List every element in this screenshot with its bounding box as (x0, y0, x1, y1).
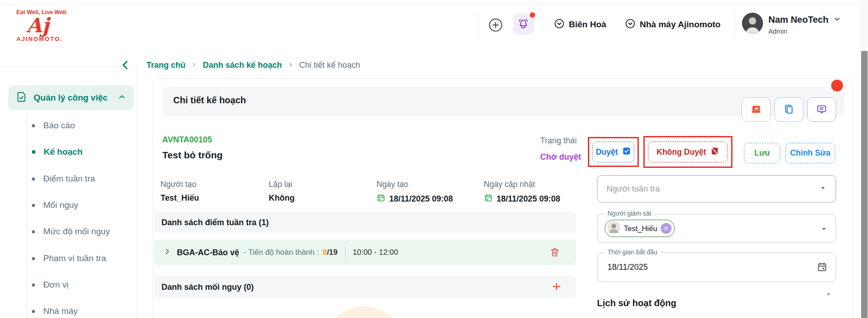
sidebar-group-label: Quản lý công việc (34, 93, 108, 103)
sidebar-group-work-management[interactable]: Quản lý công việc (8, 86, 134, 110)
sidebar-item-muc-do-moi-nguy[interactable]: Mức độ mối nguy (32, 225, 110, 238)
document-check-icon (15, 91, 27, 105)
copy-icon (783, 103, 795, 116)
start-date-label: Thời gian bắt đầu (605, 248, 660, 256)
meta-value: Không (269, 193, 295, 203)
user-name: Nam NeoTech (768, 15, 828, 25)
branch-label: Biên Hoà (569, 20, 606, 30)
remove-supervisor-icon[interactable] (661, 223, 672, 234)
start-date-field[interactable]: Thời gian bắt đầu 18/11/2025 (597, 252, 836, 282)
sidebar-right-border (136, 66, 137, 318)
brand-script-logo: Aj (26, 15, 68, 35)
caret-down-icon[interactable] (820, 225, 828, 234)
bullet-icon (32, 310, 35, 313)
sidebar-item-diem-tuan-tra[interactable]: Điểm tuần tra (32, 172, 95, 186)
sidebar-item-nha-may[interactable]: Nhà máy (32, 304, 78, 318)
meta-value: 18/11/2025 09:08 (497, 194, 560, 204)
calendar-check-icon (376, 193, 386, 205)
notebook-off-icon (710, 146, 719, 158)
patrol-section-header: Danh sách điểm tuần tra (1) (154, 212, 576, 233)
page-title: Chi tiết kế hoạch (173, 95, 246, 106)
activity-history-title: Lịch sử hoạt động (597, 298, 676, 308)
comment-icon (816, 103, 828, 116)
sidebar-item-bao-cao[interactable]: Báo cáo (32, 119, 75, 132)
comments-button[interactable] (807, 97, 836, 122)
sidebar-item-label: Mức độ mối nguy (43, 227, 110, 237)
patroller-select[interactable]: Người tuần tra (597, 175, 836, 202)
chevron-up-icon (117, 92, 126, 103)
sidebar-item-don-vi[interactable]: Đơn vị (32, 278, 69, 292)
app-root: Eat Well, Live Well. Aj AJINOMOTO. Bi (0, 0, 868, 318)
delete-patrol-button[interactable] (550, 247, 560, 258)
sidebar-item-pham-vi-tuan-tra[interactable]: Phạm vi tuần tra (32, 252, 106, 265)
patrol-progress-label: - Tiến độ hoàn thành : (244, 248, 319, 257)
meta-label: Ngày tạo (376, 180, 453, 189)
notifications-button[interactable] (513, 14, 534, 35)
share-export-icon (750, 103, 763, 117)
factory-label: Nhà máy Ajinomoto (640, 20, 721, 30)
breadcrumb-home[interactable]: Trang chủ (146, 61, 186, 70)
meta-label: Người tạo (161, 180, 199, 189)
chevron-right-icon[interactable] (163, 247, 171, 257)
plus-circle-icon (488, 17, 503, 34)
bullet-icon (32, 230, 35, 233)
export-button[interactable] (742, 97, 771, 122)
scroll-up-icon[interactable] (825, 291, 832, 299)
sidebar-item-label: Báo cáo (43, 121, 75, 131)
card-notification-dot (831, 80, 843, 91)
trash-icon (550, 247, 560, 258)
chevron-left-icon (119, 59, 132, 73)
sidebar-item-label: Kế hoạch (44, 147, 83, 157)
meta-label: Ngày cập nhật (484, 180, 560, 189)
patroller-placeholder: Người tuần tra (607, 184, 660, 194)
annotation-box-reject: Không Duyệt (643, 136, 733, 168)
add-button[interactable] (487, 17, 504, 34)
user-avatar[interactable] (742, 13, 763, 34)
sidebar-tree-line (27, 114, 27, 318)
calendar-picker-icon[interactable] (817, 262, 828, 274)
bullet-icon (32, 283, 35, 287)
approve-button[interactable]: Duyệt (592, 141, 634, 162)
sidebar-item-ke-hoach[interactable]: Kế hoạch (32, 145, 83, 159)
circle-chevron-icon (625, 18, 636, 31)
breadcrumb-plan-list[interactable]: Danh sách kế hoạch (203, 61, 282, 70)
notification-badge (530, 12, 535, 18)
edit-button[interactable]: Chỉnh Sửa (785, 143, 835, 163)
patrol-point-name: BGA-AC-Bảo vệ (177, 248, 239, 257)
factory-selector[interactable]: Nhà máy Ajinomoto (625, 16, 721, 33)
user-menu[interactable]: Nam NeoTech (768, 15, 841, 25)
meta-value: Test_Hiếu (161, 193, 199, 203)
bullet-icon (32, 124, 35, 127)
plan-code: AVNTA00105 (162, 135, 212, 145)
row-divider (345, 247, 346, 258)
save-button[interactable]: Lưu (744, 143, 780, 163)
decorative-circle (323, 306, 405, 318)
bullet-icon (32, 257, 35, 260)
hazard-section-title: Danh sách mối nguy (0) (161, 283, 254, 292)
chevron-right-icon (191, 61, 197, 70)
sidebar-item-label: Nhà máy (43, 306, 78, 316)
header-divider (544, 13, 544, 36)
bullet-icon (32, 204, 35, 207)
copy-button[interactable] (774, 97, 803, 122)
add-hazard-button[interactable] (552, 282, 562, 293)
patrol-point-row[interactable]: BGA-AC-Bảo vệ - Tiến độ hoàn thành : 0 /… (154, 240, 576, 265)
caret-down-icon (819, 184, 827, 193)
brand-name: AJINOMOTO. (16, 35, 68, 42)
supervisor-chip-label: Test_Hiếu (624, 224, 657, 233)
branch-selector[interactable]: Biên Hoà (554, 16, 606, 33)
supervisor-field[interactable]: Người giám sát Test_Hiếu (597, 214, 836, 242)
header-divider (477, 13, 478, 36)
meta-repeat: Lặp lại Không (269, 180, 295, 203)
reject-button[interactable]: Không Duyệt (648, 141, 728, 162)
header-divider (736, 13, 736, 36)
chevron-down-icon (833, 15, 841, 25)
sidebar-item-label: Phạm vi tuần tra (43, 253, 106, 263)
sidebar-collapse-button[interactable] (117, 57, 134, 74)
card-header-bar: Chi tiết kế hoạch (162, 87, 844, 116)
sidebar-item-moi-nguy[interactable]: Mối nguy (32, 198, 78, 212)
page-scrollbar-thumb[interactable] (861, 51, 868, 318)
patrol-time-range: 10:00 - 12:00 (353, 248, 398, 257)
brand-logo[interactable]: Eat Well, Live Well. Aj AJINOMOTO. (16, 9, 68, 42)
hazard-section-header: Danh sách mối nguy (0) (154, 276, 576, 298)
